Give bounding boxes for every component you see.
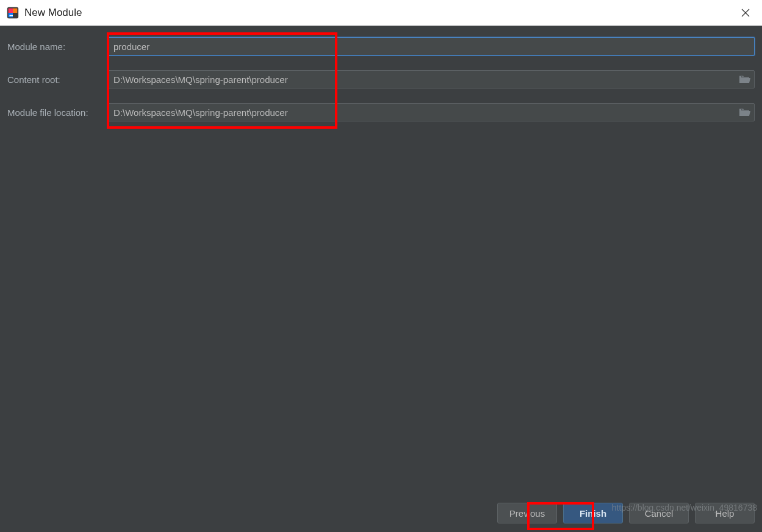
module-file-location-row: Module file location: D:\Workspaces\MQ\s… — [7, 102, 755, 122]
module-name-label: Module name: — [7, 41, 108, 52]
dialog-button-bar: Previous Finish Cancel Help — [497, 503, 755, 523]
browse-content-root-button[interactable] — [739, 74, 751, 84]
finish-button[interactable]: Finish — [563, 503, 623, 523]
dialog-content: Module name: Content root: D:\Workspaces… — [0, 26, 762, 532]
help-button[interactable]: Help — [695, 503, 755, 523]
previous-button[interactable]: Previous — [497, 503, 557, 523]
content-root-value: D:\Workspaces\MQ\spring-parent\producer — [113, 74, 288, 85]
module-file-location-value: D:\Workspaces\MQ\spring-parent\producer — [113, 107, 288, 118]
title-bar: New Module — [0, 0, 762, 26]
content-root-label: Content root: — [7, 74, 108, 85]
cancel-button[interactable]: Cancel — [629, 503, 689, 523]
window-title: New Module — [24, 7, 82, 19]
close-icon — [741, 9, 750, 17]
content-root-row: Content root: D:\Workspaces\MQ\spring-pa… — [7, 70, 755, 89]
module-file-location-label: Module file location: — [7, 107, 108, 118]
content-root-input[interactable]: D:\Workspaces\MQ\spring-parent\producer — [108, 70, 755, 88]
folder-open-icon — [739, 107, 751, 117]
close-button[interactable] — [738, 5, 753, 21]
module-name-input[interactable] — [108, 37, 755, 56]
browse-module-file-button[interactable] — [739, 107, 751, 117]
module-file-location-input[interactable]: D:\Workspaces\MQ\spring-parent\producer — [108, 103, 755, 121]
svg-rect-1 — [10, 15, 13, 16]
module-name-row: Module name: — [7, 37, 755, 56]
intellij-icon — [6, 6, 20, 20]
folder-open-icon — [739, 74, 751, 84]
